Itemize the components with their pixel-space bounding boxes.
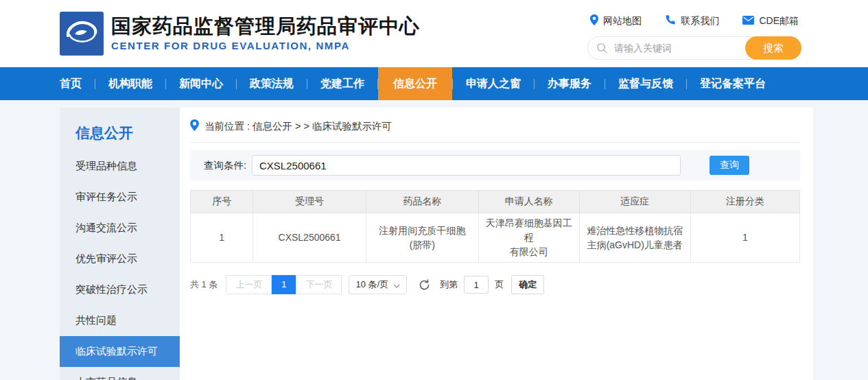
cell-acceptance-no: CXSL2500661 [253, 213, 366, 263]
location-pin-icon [190, 119, 199, 133]
table-row: 1 CXSL2500661 注射用间充质干细胞 (脐带) 天津昂赛细胞基因工程 … [191, 213, 800, 263]
main-nav: 首页 机构职能 新闻中心 政策法规 党建工作 信息公开 申请人之窗 办事服务 监… [0, 67, 868, 100]
query-bar: 查询条件: 查询 [190, 150, 800, 180]
sidebar-item-accepted-varieties[interactable]: 受理品种信息 [60, 151, 180, 182]
main-panel: 当前位置 : 信息公开 > > 临床试验默示许可 查询条件: 查询 序号 受理号… [180, 108, 813, 380]
nav-item-functions[interactable]: 机构职能 [95, 67, 165, 100]
quick-links: 网站地图 联系我们 CDE邮箱 [587, 14, 801, 27]
sidebar-item-marketed-drugs[interactable]: 上市药品信息 [60, 367, 180, 380]
nav-item-info-disclosure[interactable]: 信息公开 [378, 67, 452, 100]
location-pin-icon [590, 14, 598, 27]
col-header-drug-name: 药品名称 [366, 191, 478, 213]
sidebar-item-communication[interactable]: 沟通交流公示 [60, 213, 180, 244]
nav-item-home[interactable]: 首页 [47, 67, 95, 100]
phone-icon [665, 14, 676, 27]
cell-applicant: 天津昂赛细胞基因工程 有限公司 [478, 213, 579, 263]
sidebar: 信息公开 受理品种信息 审评任务公示 沟通交流公示 优先审评公示 突破性治疗公示… [60, 108, 180, 380]
breadcrumb-text: 当前位置 : 信息公开 > > 临床试验默示许可 [204, 120, 392, 133]
page-size-select[interactable]: 10 条/页 [349, 275, 407, 294]
sitemap-link[interactable]: 网站地图 [590, 14, 642, 27]
site-header: 国家药品监督管理局药品审评中心 CENTER FOR DRUG EVALUATI… [0, 0, 868, 67]
prev-page-button[interactable]: 上一页 [226, 275, 272, 294]
nav-item-party-building[interactable]: 党建工作 [307, 67, 377, 100]
cde-mail-link[interactable]: CDE邮箱 [742, 14, 799, 27]
nav-item-registration-platform[interactable]: 登记备案平台 [687, 67, 779, 100]
nav-item-services[interactable]: 办事服务 [535, 67, 605, 100]
page-content: 信息公开 受理品种信息 审评任务公示 沟通交流公示 优先审评公示 突破性治疗公示… [0, 100, 868, 380]
cell-registration-class: 1 [691, 213, 800, 263]
col-header-registration-class: 注册分类 [691, 191, 800, 213]
refresh-icon[interactable] [419, 279, 430, 291]
next-page-button[interactable]: 下一页 [296, 275, 342, 294]
chevron-down-icon [393, 280, 400, 290]
contact-us-link[interactable]: 联系我们 [665, 14, 719, 27]
page-unit-label: 页 [495, 278, 504, 291]
col-header-acceptance-no: 受理号 [253, 191, 366, 213]
sidebar-item-clinical-trial-implied-license[interactable]: 临床试验默示许可 [60, 336, 180, 367]
contact-us-label: 联系我们 [681, 15, 719, 27]
cell-seq: 1 [191, 213, 253, 263]
goto-page-input[interactable] [464, 276, 489, 294]
brand: 国家药品监督管理局药品审评中心 CENTER FOR DRUG EVALUATI… [60, 12, 420, 56]
table-header-row: 序号 受理号 药品名称 申请人名称 适应症 注册分类 [191, 191, 800, 213]
sitemap-label: 网站地图 [603, 15, 642, 27]
col-header-applicant: 申请人名称 [478, 191, 579, 213]
sidebar-item-priority-review[interactable]: 优先审评公示 [60, 244, 180, 274]
page-size-value: 10 条/页 [355, 278, 388, 291]
col-header-indication: 适应症 [579, 191, 691, 213]
results-table: 序号 受理号 药品名称 申请人名称 适应症 注册分类 1 CXSL2500661… [190, 190, 800, 263]
cde-logo-icon [60, 12, 104, 56]
site-search-button[interactable]: 搜索 [745, 36, 801, 60]
breadcrumb: 当前位置 : 信息公开 > > 临床试验默示许可 [190, 119, 800, 143]
goto-page-label: 到第 [440, 278, 458, 291]
col-header-seq: 序号 [191, 191, 253, 213]
cell-drug-name: 注射用间充质干细胞 (脐带) [366, 213, 478, 263]
site-search: 搜索 [587, 36, 801, 60]
nav-item-applicant-window[interactable]: 申请人之窗 [453, 67, 534, 100]
query-button[interactable]: 查询 [709, 156, 749, 175]
current-page-button[interactable]: 1 [272, 275, 296, 294]
nav-item-supervision-feedback[interactable]: 监督与反馈 [605, 67, 686, 100]
header-right: 网站地图 联系我们 CDE邮箱 搜索 [587, 14, 801, 60]
cde-mail-label: CDE邮箱 [759, 15, 799, 27]
brand-text: 国家药品监督管理局药品审评中心 CENTER FOR DRUG EVALUATI… [111, 16, 420, 52]
confirm-button[interactable]: 确定 [511, 275, 544, 294]
mail-icon [742, 16, 754, 27]
query-label: 查询条件: [204, 159, 246, 172]
sidebar-title: 信息公开 [60, 108, 180, 151]
query-input[interactable] [252, 155, 681, 176]
pagination: 共 1 条 上一页 1 下一页 10 条/页 到第 页 确定 [190, 275, 800, 294]
sidebar-item-review-tasks[interactable]: 审评任务公示 [60, 182, 180, 213]
site-subtitle: CENTER FOR DRUG EVALUATION, NMPA [111, 40, 420, 51]
site-title: 国家药品监督管理局药品审评中心 [111, 16, 420, 38]
sidebar-item-common-issues[interactable]: 共性问题 [60, 305, 180, 336]
pagination-total: 共 1 条 [190, 278, 218, 291]
cell-indication: 难治性急性移植物抗宿 主病(aGvHD)儿童患者 [579, 213, 691, 263]
nav-item-news[interactable]: 新闻中心 [166, 67, 236, 100]
nav-item-policies[interactable]: 政策法规 [237, 67, 307, 100]
sidebar-item-breakthrough-therapy[interactable]: 突破性治疗公示 [60, 274, 180, 305]
search-icon [596, 43, 608, 57]
